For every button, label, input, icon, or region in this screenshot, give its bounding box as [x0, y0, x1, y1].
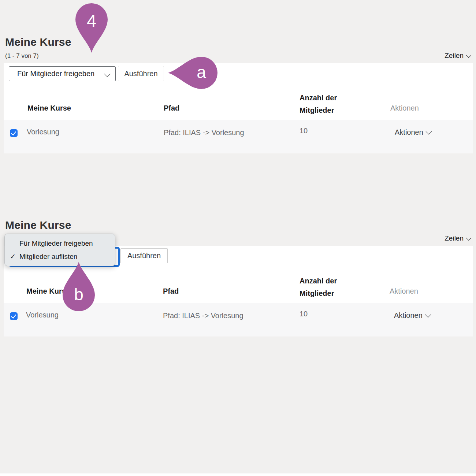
row-actions-label: Aktionen — [394, 311, 423, 319]
menu-item-freigeben[interactable]: Für Mitglieder freigeben — [5, 237, 115, 250]
chevron-down-icon — [466, 53, 471, 58]
row-checkbox[interactable] — [10, 312, 18, 320]
result-count: (1 - 7 von 7) — [5, 52, 39, 60]
column-header-members: Anzahl der Mitglieder — [300, 275, 358, 300]
courses-table-panel-1: Für Mitglieder freigeben Ausführen Meine… — [4, 63, 473, 153]
menu-item-label: Mitglieder auflisten — [19, 253, 77, 260]
rows-dropdown[interactable]: Zeilen — [445, 234, 471, 242]
row-course-name: Vorlesung — [26, 311, 59, 319]
page-bottom-strip — [0, 473, 476, 476]
bulk-action-select[interactable]: Für Mitglieder freigeben — [9, 66, 116, 81]
row-path: Pfad: ILIAS -> Vorlesung — [164, 129, 244, 137]
check-icon — [11, 313, 16, 319]
execute-button[interactable]: Ausführen — [120, 248, 168, 263]
column-header-actions: Aktionen — [390, 104, 419, 112]
page-title: Meine Kurse — [5, 219, 71, 231]
step-marker-label: 4 — [75, 12, 108, 29]
table-row: Vorlesung Pfad: ILIAS -> Vorlesung 10 Ak… — [4, 120, 473, 153]
bulk-action-open-menu: Für Mitglieder freigeben ✓ Mitglieder au… — [4, 234, 115, 266]
chevron-down-icon — [425, 312, 431, 318]
check-icon: ✓ — [10, 250, 16, 263]
bulk-action-select-value: Für Mitglieder freigeben — [17, 70, 94, 78]
row-actions-dropdown[interactable]: Aktionen — [394, 311, 430, 320]
menu-item-label: Für Mitglieder freigeben — [19, 239, 93, 247]
column-header-path: Pfad — [164, 104, 179, 112]
step-marker-pin-icon — [75, 2, 108, 53]
row-actions-dropdown[interactable]: Aktionen — [395, 128, 431, 137]
column-header-actions: Aktionen — [390, 287, 418, 295]
row-path: Pfad: ILIAS -> Vorlesung — [163, 312, 243, 320]
row-member-count: 10 — [300, 127, 308, 135]
menu-item-auflisten[interactable]: ✓ Mitglieder auflisten — [5, 250, 115, 263]
chevron-down-icon — [104, 71, 111, 77]
column-header-course: Meine Kurse — [26, 287, 70, 295]
table-row: Vorlesung Pfad: ILIAS -> Vorlesung 10 Ak… — [4, 303, 473, 336]
row-checkbox[interactable] — [10, 129, 18, 137]
rows-dropdown-label: Zeilen — [445, 52, 464, 59]
execute-button[interactable]: Ausführen — [118, 66, 164, 81]
row-actions-label: Aktionen — [395, 128, 423, 136]
row-member-count: 10 — [300, 310, 308, 318]
row-course-name: Vorlesung — [27, 128, 59, 136]
column-header-members: Anzahl der Mitglieder — [300, 92, 358, 116]
chevron-down-icon — [466, 235, 471, 241]
rows-dropdown-label: Zeilen — [445, 234, 464, 242]
page-title: Meine Kurse — [5, 36, 71, 48]
rows-dropdown[interactable]: Zeilen — [445, 52, 471, 60]
check-icon — [11, 130, 16, 135]
column-header-course: Meine Kurse — [27, 104, 71, 112]
column-header-path: Pfad — [163, 287, 179, 295]
chevron-down-icon — [425, 129, 432, 135]
